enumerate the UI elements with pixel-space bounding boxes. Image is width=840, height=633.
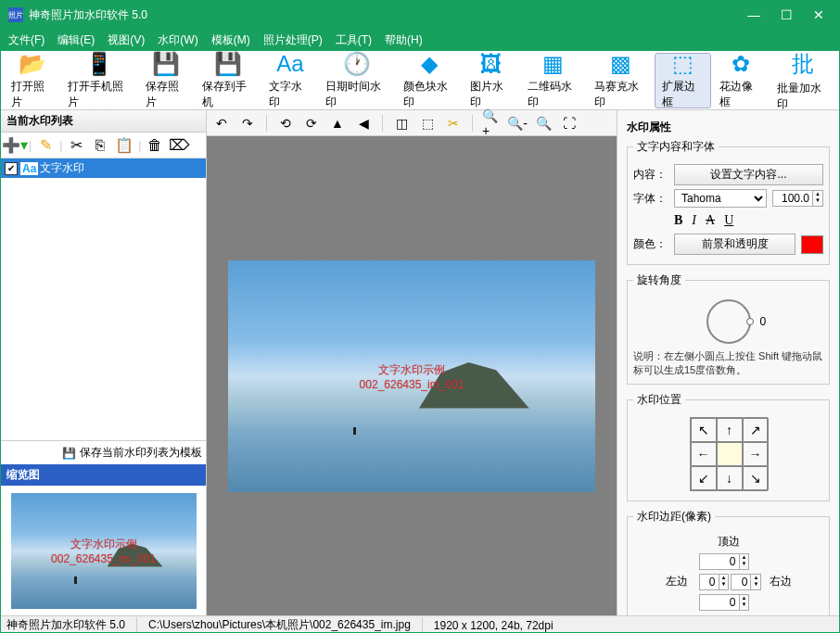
save-template-icon: 💾 — [62, 447, 76, 460]
preview-image[interactable]: 文字水印示例 002_626435_im_001 — [228, 260, 595, 492]
zoom-in-button[interactable]: 🔍+ — [482, 114, 501, 133]
close-button[interactable]: ✕ — [813, 7, 824, 22]
rotate-right-button[interactable]: ⟳ — [302, 114, 321, 133]
paste-button[interactable]: 📋 — [114, 135, 134, 156]
margin-left-input[interactable]: ▲▼ — [699, 574, 730, 590]
extend-border-icon: ⬚ — [668, 51, 698, 77]
qrcode-watermark-label: 二维码水印 — [528, 79, 579, 110]
zoom-100-button[interactable]: 🔍 — [534, 114, 553, 133]
copy-button[interactable]: ⎘ — [90, 135, 110, 156]
font-size-spinner[interactable]: ▲▼ — [772, 190, 823, 207]
margin-top-input[interactable]: ▲▼ — [699, 553, 758, 570]
batch-button[interactable]: 批批量加水印 — [770, 53, 835, 108]
datetime-watermark-icon: 🕐 — [342, 51, 372, 77]
rotate-left-button[interactable]: ⟲ — [276, 114, 295, 133]
rotation-group: 旋转角度 0 说明：在左侧小圆点上按住 Shift 键拖动鼠标可以生成15度倍数… — [627, 272, 830, 385]
pos-b[interactable]: ↓ — [717, 466, 743, 490]
lace-frame-button[interactable]: ✿花边像框 — [713, 53, 768, 108]
properties-header: 水印属性 — [627, 116, 830, 139]
preview-wm-line1: 文字水印示例 — [228, 361, 595, 377]
underline-button[interactable]: U — [724, 213, 733, 228]
thumbnail-header: 缩览图 — [1, 464, 206, 486]
app-icon: 照片 — [8, 7, 23, 22]
margin-right-input[interactable]: ▲▼ — [731, 574, 761, 590]
italic-button[interactable]: I — [692, 213, 696, 228]
watermark-item-checkbox[interactable]: ✔ — [5, 162, 18, 175]
pos-tr[interactable]: ↗ — [743, 418, 769, 442]
save-to-phone-button[interactable]: 💾保存到手机 — [196, 53, 261, 108]
watermark-item[interactable]: ✔ Aa 文字水印 — [1, 158, 206, 178]
color-block-watermark-button[interactable]: ◆颜色块水印 — [397, 53, 462, 108]
crop2-button[interactable]: ⬚ — [418, 114, 437, 133]
maximize-button[interactable]: ☐ — [781, 7, 793, 22]
save-photo-button[interactable]: 💾保存照片 — [139, 53, 194, 108]
menu-watermark[interactable]: 水印(W) — [158, 32, 197, 48]
mosaic-watermark-button[interactable]: ▩马赛克水印 — [588, 53, 653, 108]
pos-bl[interactable]: ↙ — [691, 466, 717, 490]
left-panel: 当前水印列表 ➕▾ | ✎ | ✂ ⎘ 📋 | 🗑 ⌦ ✔ Aa 文字水印 💾 … — [1, 110, 207, 615]
extend-border-label: 扩展边框 — [662, 79, 704, 110]
thumbnail-image[interactable]: 文字水印示例 002_626435_im_001 — [11, 493, 197, 609]
pos-tl[interactable]: ↖ — [691, 418, 717, 442]
datetime-watermark-button[interactable]: 🕐日期时间水印 — [319, 53, 395, 108]
canvas-area[interactable]: 文字水印示例 002_626435_im_001 — [207, 136, 617, 615]
open-phone-button[interactable]: 📱打开手机照片 — [61, 53, 137, 108]
save-template-button[interactable]: 保存当前水印列表为模板 — [80, 445, 202, 461]
color-swatch[interactable] — [801, 235, 823, 254]
bold-button[interactable]: B — [674, 213, 682, 228]
zoom-fit-button[interactable]: ⛶ — [560, 114, 579, 133]
pos-t[interactable]: ↑ — [717, 418, 743, 442]
rotation-dial[interactable]: 0 — [706, 299, 751, 344]
flip-v-button[interactable]: ◀ — [354, 114, 373, 133]
menu-photo-process[interactable]: 照片处理(P) — [263, 32, 323, 48]
pos-br[interactable]: ↘ — [743, 466, 769, 490]
text-watermark-icon: Aa — [275, 51, 305, 77]
pos-l[interactable]: ← — [691, 442, 717, 466]
canvas-toolbar: ↶ ↷ ⟲ ⟳ ▲ ◀ ◫ ⬚ ✂ 🔍+ 🔍- 🔍 ⛶ — [207, 110, 617, 136]
menu-tools[interactable]: 工具(T) — [336, 32, 372, 48]
edit-watermark-button[interactable]: ✎ — [35, 135, 56, 156]
pos-r[interactable]: → — [743, 442, 769, 466]
image-watermark-icon: 🖼 — [477, 51, 506, 77]
batch-label: 批量加水印 — [777, 81, 829, 112]
strike-button[interactable]: A — [706, 213, 715, 228]
flip-h-button[interactable]: ▲ — [328, 114, 347, 133]
zoom-out-button[interactable]: 🔍- — [508, 114, 527, 133]
watermark-list[interactable]: ✔ Aa 文字水印 — [1, 158, 206, 440]
statusbar: 神奇照片加水印软件 5.0 C:\Users\zhou\Pictures\本机照… — [1, 615, 839, 633]
position-legend: 水印位置 — [633, 392, 685, 408]
image-watermark-button[interactable]: 🖼图片水印 — [464, 53, 518, 108]
rotation-value: 0 — [760, 315, 767, 328]
undo-button[interactable]: ↶ — [212, 114, 231, 133]
menu-edit[interactable]: 编辑(E) — [57, 32, 95, 48]
menu-help[interactable]: 帮助(H) — [385, 32, 423, 48]
menu-view[interactable]: 视图(V) — [108, 32, 145, 48]
qrcode-watermark-button[interactable]: ▦二维码水印 — [521, 53, 586, 108]
set-content-button[interactable]: 设置文字内容... — [674, 164, 823, 185]
menu-file[interactable]: 文件(F) — [8, 32, 45, 48]
font-size-input[interactable] — [772, 190, 813, 207]
text-watermark-button[interactable]: Aa文字水印 — [262, 53, 317, 108]
open-photo-label: 打开照片 — [11, 79, 53, 110]
pos-c[interactable] — [717, 442, 743, 466]
content-label: 内容： — [633, 167, 668, 183]
color-block-watermark-icon: ◆ — [414, 51, 444, 77]
properties-panel: 水印属性 文字内容和字体 内容： 设置文字内容... 字体： Tahoma ▲▼… — [617, 110, 839, 615]
margin-bottom-input[interactable]: ▲▼ — [699, 594, 758, 611]
add-watermark-button[interactable]: ➕▾ — [5, 135, 25, 156]
font-select[interactable]: Tahoma — [674, 189, 767, 208]
cut-button[interactable]: ✂ — [66, 135, 86, 156]
mosaic-watermark-label: 马赛克水印 — [594, 79, 646, 110]
minimize-button[interactable]: — — [747, 7, 760, 22]
margin-legend: 水印边距(像素) — [633, 509, 715, 525]
delete-button[interactable]: 🗑 — [145, 135, 165, 156]
margin-left-label: 左边 — [658, 574, 695, 589]
redo-button[interactable]: ↷ — [238, 114, 257, 133]
color-button[interactable]: 前景和透明度 — [674, 234, 795, 255]
extend-border-button[interactable]: ⬚扩展边框 — [655, 53, 711, 108]
crop3-button[interactable]: ✂ — [444, 114, 463, 133]
menu-template[interactable]: 模板(M) — [211, 32, 250, 48]
crop1-button[interactable]: ◫ — [392, 114, 411, 133]
clear-button[interactable]: ⌦ — [169, 135, 189, 156]
open-photo-button[interactable]: 📂打开照片 — [5, 53, 59, 108]
